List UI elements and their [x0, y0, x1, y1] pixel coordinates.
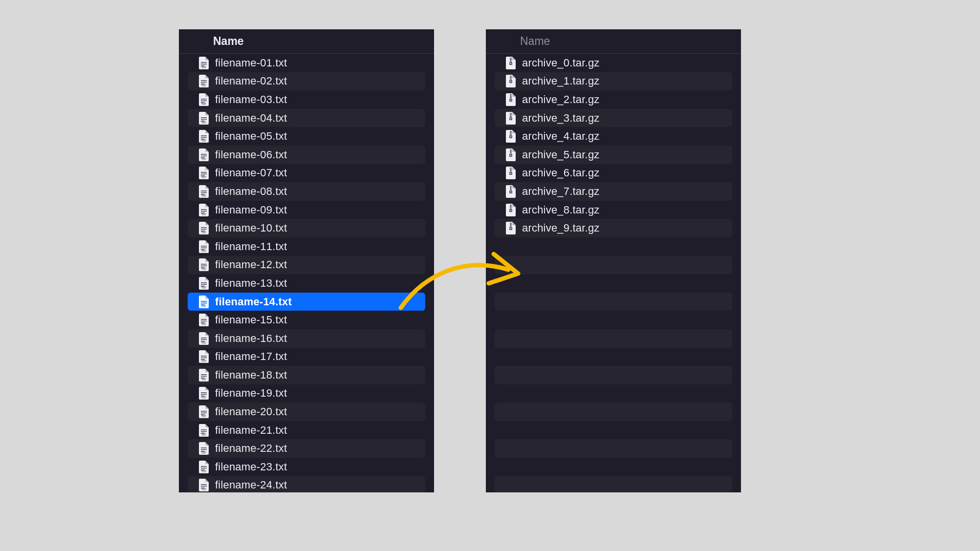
svg-rect-127	[510, 169, 512, 170]
file-row[interactable]: TXT filename-06.txt	[188, 146, 425, 164]
empty-row	[495, 329, 732, 348]
svg-rect-45	[201, 266, 207, 267]
file-row[interactable]: TXT filename-10.txt	[188, 219, 425, 237]
svg-rect-105	[510, 81, 511, 82]
text-file-icon: TXT	[198, 424, 209, 437]
svg-text:TXT: TXT	[201, 323, 206, 326]
svg-rect-130	[510, 173, 511, 174]
svg-text:TXT: TXT	[201, 139, 206, 142]
file-row[interactable]: TXT filename-03.txt	[179, 90, 434, 109]
svg-rect-143	[510, 226, 512, 227]
empty-row	[495, 256, 732, 275]
file-row[interactable]: TXT filename-14.txt	[188, 293, 425, 311]
text-file-icon: TXT	[198, 56, 209, 70]
column-header-label: Name	[520, 35, 550, 48]
file-row[interactable]: TXT filename-05.txt	[179, 127, 434, 146]
text-file-icon: TXT	[198, 276, 209, 290]
svg-rect-13	[201, 119, 207, 120]
svg-rect-96	[510, 58, 512, 59]
file-row[interactable]: TXT filename-17.txt	[179, 348, 434, 366]
file-row[interactable]: TXT filename-01.txt	[179, 54, 434, 72]
svg-text:TXT: TXT	[201, 470, 206, 473]
file-row[interactable]: archive_2.tar.gz	[486, 90, 741, 109]
file-row[interactable]: archive_6.tar.gz	[486, 164, 741, 183]
svg-rect-64	[201, 356, 207, 357]
svg-rect-61	[201, 339, 207, 340]
column-header-name[interactable]: Name	[486, 29, 741, 54]
svg-rect-128	[510, 170, 512, 171]
file-row[interactable]: TXT filename-07.txt	[179, 164, 434, 183]
file-name: archive_0.tar.gz	[522, 57, 600, 69]
file-row[interactable]: TXT filename-24.txt	[188, 476, 425, 492]
file-name: archive_4.tar.gz	[522, 130, 600, 143]
text-file-icon: TXT	[198, 368, 209, 382]
svg-rect-100	[510, 63, 511, 64]
file-row[interactable]: TXT filename-19.txt	[179, 384, 434, 403]
file-row[interactable]: TXT filename-13.txt	[179, 274, 434, 293]
file-row[interactable]: archive_3.tar.gz	[495, 109, 732, 127]
file-name: filename-22.txt	[215, 442, 287, 455]
file-name: filename-11.txt	[215, 240, 287, 253]
file-row[interactable]: TXT filename-11.txt	[179, 237, 434, 256]
svg-text:TXT: TXT	[201, 415, 206, 418]
svg-text:TXT: TXT	[201, 305, 206, 308]
svg-rect-8	[201, 99, 207, 100]
svg-rect-93	[201, 486, 207, 487]
file-row[interactable]: TXT filename-22.txt	[188, 439, 425, 458]
file-name: filename-14.txt	[215, 296, 292, 308]
file-row[interactable]: archive_5.tar.gz	[495, 146, 732, 164]
file-name: archive_6.tar.gz	[522, 167, 600, 179]
svg-rect-142	[510, 224, 512, 225]
file-row[interactable]: TXT filename-21.txt	[179, 421, 434, 440]
svg-text:TXT: TXT	[201, 433, 206, 436]
file-row[interactable]: TXT filename-04.txt	[188, 109, 425, 127]
archive-file-icon	[505, 185, 516, 198]
file-row[interactable]: TXT filename-09.txt	[179, 201, 434, 219]
file-row[interactable]: TXT filename-15.txt	[179, 311, 434, 329]
file-row[interactable]: TXT filename-02.txt	[188, 72, 425, 91]
file-row[interactable]: archive_9.tar.gz	[495, 219, 732, 237]
file-name: archive_2.tar.gz	[522, 93, 600, 106]
svg-rect-121	[510, 149, 512, 150]
file-name: filename-24.txt	[215, 479, 287, 491]
empty-row	[495, 403, 732, 421]
text-file-icon: TXT	[198, 332, 209, 345]
text-file-icon: TXT	[198, 93, 209, 106]
svg-rect-77	[201, 413, 207, 414]
svg-rect-133	[510, 189, 512, 190]
file-row[interactable]: TXT filename-23.txt	[179, 458, 434, 476]
file-row[interactable]: archive_4.tar.gz	[486, 127, 741, 146]
svg-rect-125	[510, 155, 511, 156]
svg-rect-32	[201, 209, 207, 210]
svg-text:TXT: TXT	[201, 378, 206, 381]
file-row[interactable]: archive_1.tar.gz	[495, 72, 732, 91]
empty-row	[486, 237, 741, 256]
svg-rect-1	[201, 64, 207, 64]
file-name: filename-09.txt	[215, 204, 287, 216]
svg-rect-81	[201, 431, 207, 432]
text-file-icon: TXT	[198, 258, 209, 272]
svg-rect-123	[510, 152, 512, 153]
file-name: filename-19.txt	[215, 387, 287, 400]
file-row[interactable]: TXT filename-18.txt	[188, 366, 425, 384]
file-row[interactable]: archive_8.tar.gz	[486, 201, 741, 219]
file-row[interactable]: archive_0.tar.gz	[486, 54, 741, 72]
file-row[interactable]: TXT filename-08.txt	[188, 182, 425, 201]
file-row[interactable]: TXT filename-20.txt	[188, 403, 425, 421]
svg-rect-115	[510, 118, 511, 119]
empty-row	[486, 458, 741, 476]
file-row[interactable]: archive_7.tar.gz	[495, 182, 732, 201]
text-file-icon: TXT	[198, 350, 209, 363]
svg-text:TXT: TXT	[201, 66, 206, 69]
column-header-name[interactable]: Name	[179, 29, 434, 54]
file-name: filename-05.txt	[215, 130, 287, 143]
file-row[interactable]: TXT filename-12.txt	[188, 256, 425, 275]
svg-rect-25	[201, 174, 207, 175]
svg-rect-72	[201, 392, 207, 393]
file-row[interactable]: TXT filename-16.txt	[188, 329, 425, 348]
svg-rect-85	[201, 449, 207, 450]
svg-rect-131	[510, 186, 512, 187]
file-name: filename-07.txt	[215, 167, 287, 179]
svg-rect-135	[510, 191, 511, 192]
svg-rect-37	[201, 229, 207, 230]
